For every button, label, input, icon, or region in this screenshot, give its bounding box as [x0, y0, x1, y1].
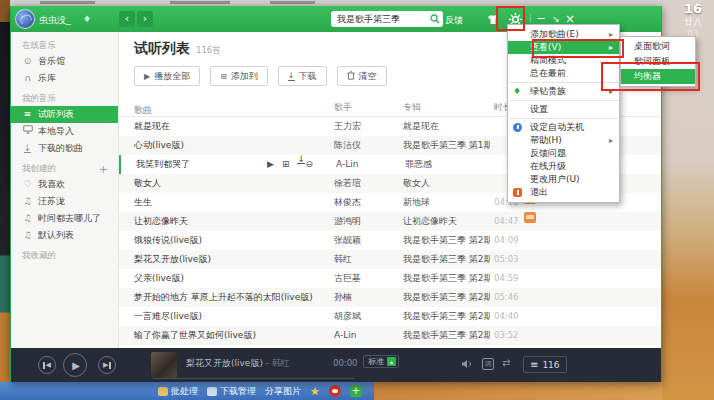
now-playing-separator: - — [266, 358, 269, 368]
song-title: 饿狼传说(live版) — [134, 231, 330, 250]
table-row[interactable]: 梦开始的地方 草原上升起不落的太阳(live版) 孙楠 我是歌手第三季 第2期 … — [119, 288, 661, 307]
now-playing[interactable]: 梨花又开放(live版) - 韩红 — [186, 357, 290, 370]
sidebar-item-music-library[interactable]: ∩ 乐库 — [11, 70, 118, 87]
trash-icon — [347, 71, 355, 82]
add-playlist-button[interactable]: + — [99, 162, 108, 177]
song-artist: A-Lin — [336, 155, 400, 174]
lyrics-icon[interactable]: 词 — [482, 358, 494, 370]
menu-item-settings[interactable]: 设置 — [508, 103, 619, 116]
song-album: 敬女人 — [403, 174, 490, 193]
sidebar-item-music-hall[interactable]: ⊙ 音乐馆 — [11, 53, 118, 70]
sidebar-item-playlist-2[interactable]: ♫ 时间都去哪儿了 — [11, 210, 118, 227]
headphones-icon: ∩ — [22, 70, 33, 87]
sidebar-item-downloaded-songs[interactable]: ↓ 下载的歌曲 — [11, 140, 118, 157]
toolbar-item-download-manager[interactable]: 下载管理 — [207, 385, 256, 398]
song-album: 我是歌手第三季 第2期 — [403, 326, 490, 345]
background-mark — [270, 1, 315, 4]
menu-item-exit[interactable]: 退出 — [508, 186, 619, 199]
nav-forward-button[interactable]: › — [137, 11, 153, 27]
submenu-item-desktop-lyrics[interactable]: 桌面歌词 — [621, 39, 695, 54]
play-icon: ▶ — [144, 72, 150, 81]
sidebar-item-default-list[interactable]: ♫ 默认列表 — [11, 227, 118, 244]
star-icon[interactable]: ★ — [310, 386, 320, 397]
add-to-icon[interactable]: ⊞ — [282, 155, 290, 174]
album-art[interactable] — [151, 352, 177, 378]
page-title: 试听列表116首 — [134, 40, 221, 58]
menu-item-auto-shutdown[interactable]: 设定自动关机 — [508, 121, 619, 134]
menu-item-online-update[interactable]: 在线升级 — [508, 160, 619, 173]
remove-icon[interactable]: ⊖ — [305, 155, 313, 174]
diamond-icon: ♦ — [513, 87, 522, 96]
toolbar-item-share-image[interactable]: 分享图片 — [265, 385, 301, 398]
calendar-day: 16 — [675, 2, 711, 16]
add-to-button[interactable]: ⊞ 添加到 — [210, 66, 268, 86]
song-duration: 05:46 — [494, 288, 519, 307]
calendar-lunar-date: 廿八 — [675, 16, 711, 28]
song-artist: 孙楠 — [334, 288, 398, 307]
menu-item-label: 绿钻贵族 — [530, 86, 566, 96]
song-count: 116首 — [196, 45, 221, 55]
sidebar-item-local-import[interactable]: 本地导入 — [11, 123, 118, 140]
search-icon[interactable] — [430, 14, 440, 24]
playback-time: 00:00 — [333, 358, 358, 368]
song-artist: 游鸿明 — [334, 212, 398, 231]
song-artist: 韩红 — [334, 250, 398, 269]
toolbar-item-label: 分享图片 — [265, 385, 301, 398]
player-bar: ◀ ▶ ▶ 梨花又开放(live版) - 韩红 00:00 标准 ▴ 词 ⇄ ≡… — [11, 348, 661, 382]
weibo-icon[interactable] — [329, 385, 341, 397]
nav-back-button[interactable]: ‹ — [119, 11, 135, 27]
sidebar-item-label: 音乐馆 — [38, 53, 65, 70]
song-duration: 04:59 — [494, 269, 519, 288]
song-duration: 04:40 — [494, 307, 519, 326]
user-avatar[interactable] — [15, 9, 35, 29]
playlist-toggle-button[interactable]: ≡ 116 — [523, 356, 567, 373]
download-button[interactable]: ↓ 下载 — [278, 66, 327, 86]
table-row[interactable]: 梨花又开放(live版) 韩红 我是歌手第三季 第2期 05:03 — [119, 250, 661, 269]
menu-item-change-user[interactable]: 更改用户(U) — [508, 173, 619, 186]
next-button[interactable]: ▶ — [98, 356, 116, 374]
table-row[interactable]: 让初恋像昨天 游鸿明 让初恋像昨天 04:47 — [119, 212, 661, 231]
table-row[interactable]: 输了你赢了世界又如何(live版) A-Lin 我是歌手第三季 第2期 03:5… — [119, 326, 661, 345]
table-row[interactable]: 饿狼传说(live版) 张靓颖 我是歌手第三季 第2期 04:09 — [119, 231, 661, 250]
clear-button[interactable]: 清空 — [337, 66, 387, 86]
sidebar-item-my-favorites[interactable]: ♡ 我喜欢 — [11, 176, 118, 193]
table-row[interactable]: 一言难尽(live版) 胡彦斌 我是歌手第三季 第2期 04:40 — [119, 307, 661, 326]
toolbar-item-batch[interactable]: 批处理 — [158, 385, 198, 398]
song-title: 就是现在 — [134, 117, 330, 136]
search-input[interactable] — [331, 11, 427, 27]
table-row[interactable]: 父亲(live版) 古巨基 我是歌手第三季 第2期 04:59 — [119, 269, 661, 288]
menu-item-help[interactable]: 帮助(H) ▸ — [508, 134, 619, 147]
song-duration: 05:03 — [494, 250, 519, 269]
search-box[interactable] — [331, 11, 443, 27]
sidebar-item-label: 我喜欢 — [38, 176, 65, 193]
sidebar-item-label: 试听列表 — [38, 106, 74, 123]
sidebar-item-audition-list[interactable]: ≡ 试听列表 — [11, 106, 118, 123]
sidebar-item-label: 乐库 — [38, 70, 56, 87]
menu-item-feedback[interactable]: 反馈问题 — [508, 147, 619, 160]
username[interactable]: 虫虫没_ — [39, 14, 71, 27]
column-artist[interactable]: 歌手 — [334, 101, 352, 114]
play-all-button[interactable]: ▶ 播放全部 — [134, 66, 200, 86]
song-album: 我是歌手第三季 第2期 — [403, 269, 490, 288]
list-icon: ≡ — [530, 359, 538, 370]
feedback-link[interactable]: 反馈 — [445, 14, 463, 27]
plus-icon[interactable]: + — [350, 385, 362, 397]
progress-bar[interactable] — [153, 378, 354, 379]
music-note-icon: ♫ — [22, 193, 33, 210]
previous-button[interactable]: ◀ — [38, 356, 56, 374]
song-artist: 陈洁仪 — [334, 136, 398, 155]
mv-badge-icon[interactable] — [524, 212, 536, 223]
sort-icon[interactable]: ⇅ — [134, 104, 141, 113]
play-order-icon[interactable]: ⇄ — [502, 357, 510, 368]
sidebar-item-playlist-1[interactable]: ♫ 汪苏泷 — [11, 193, 118, 210]
play-icon[interactable]: ▶ — [267, 155, 274, 174]
desktop-wallpaper-bottom — [374, 382, 662, 400]
playlist-title: 试听列表 — [134, 40, 190, 56]
column-album[interactable]: 专辑 — [403, 101, 421, 114]
quality-selector[interactable]: 标准 ▴ — [363, 355, 399, 368]
sidebar-item-label: 下载的歌曲 — [38, 140, 83, 157]
sidebar-item-label: 本地导入 — [38, 123, 74, 140]
play-button[interactable]: ▶ — [63, 353, 87, 377]
volume-icon[interactable] — [461, 359, 473, 371]
song-album: 让初恋像昨天 — [403, 212, 490, 231]
